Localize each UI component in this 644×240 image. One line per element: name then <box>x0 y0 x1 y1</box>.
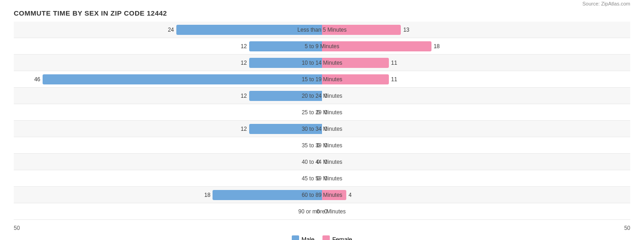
male-value: 0 <box>317 142 320 149</box>
female-value: 0 <box>324 175 327 182</box>
female-bar: 18 <box>322 41 431 51</box>
legend-male: Male <box>292 235 314 240</box>
female-value: 4 <box>349 192 352 198</box>
male-value: 12 <box>241 43 247 50</box>
legend-female: Female <box>322 235 352 240</box>
legend-male-label: Male <box>301 236 314 240</box>
right-section: 4 <box>322 187 630 203</box>
chart-row: 0045 to 59 Minutes <box>14 170 630 187</box>
female-value: 0 <box>324 109 327 116</box>
male-bar: 12 <box>249 91 322 101</box>
male-value: 18 <box>204 192 210 198</box>
female-value: 0 <box>324 142 327 149</box>
female-bar: 13 <box>322 25 401 35</box>
legend-female-label: Female <box>332 236 352 240</box>
male-bar: 18 <box>213 190 322 200</box>
right-section: 0 <box>322 203 630 219</box>
male-bar: 12 <box>249 58 322 68</box>
female-value: 18 <box>434 43 440 50</box>
chart-row: 121110 to 14 Minutes <box>14 55 630 71</box>
chart-area: 2413Less than 5 Minutes12185 to 9 Minute… <box>14 22 630 220</box>
right-section: 0 <box>322 121 630 137</box>
left-section: 0 <box>14 203 322 219</box>
right-section: 13 <box>322 22 630 38</box>
male-value: 12 <box>241 93 247 99</box>
left-section: 12 <box>14 88 322 104</box>
male-value: 12 <box>241 60 247 66</box>
left-section: 0 <box>14 170 322 186</box>
left-section: 12 <box>14 38 322 54</box>
right-section: 0 <box>322 137 630 153</box>
male-value: 0 <box>317 208 320 215</box>
left-section: 0 <box>14 104 322 120</box>
female-bar: 4 <box>322 190 346 200</box>
chart-row: 2413Less than 5 Minutes <box>14 22 630 38</box>
chart-row: 0090 or more Minutes <box>14 203 630 220</box>
chart-row: 12020 to 24 Minutes <box>14 88 630 104</box>
chart-container: COMMUTE TIME BY SEX IN ZIP CODE 12442 So… <box>14 9 630 240</box>
left-section: 18 <box>14 187 322 203</box>
axis-row: 50 50 <box>14 223 630 234</box>
right-section: 0 <box>322 104 630 120</box>
left-section: 12 <box>14 55 322 71</box>
left-section: 24 <box>14 22 322 38</box>
source-label: Source: ZipAtlas.com <box>582 1 630 6</box>
male-value: 12 <box>241 126 247 132</box>
male-value: 24 <box>168 27 174 33</box>
female-value: 0 <box>324 159 327 165</box>
legend-male-box <box>292 235 299 240</box>
right-section: 18 <box>322 38 630 54</box>
chart-row: 12030 to 34 Minutes <box>14 121 630 137</box>
left-section: 0 <box>14 137 322 153</box>
right-section: 11 <box>322 71 630 87</box>
left-section: 12 <box>14 121 322 137</box>
left-section: 0 <box>14 154 322 170</box>
chart-row: 0040 to 44 Minutes <box>14 154 630 170</box>
legend: Male Female <box>14 235 630 240</box>
male-bar: 12 <box>249 41 322 51</box>
chart-row: 461115 to 19 Minutes <box>14 71 630 88</box>
chart-title: COMMUTE TIME BY SEX IN ZIP CODE 12442 <box>14 9 167 17</box>
axis-left-label: 50 <box>14 225 322 231</box>
male-value: 0 <box>317 159 320 165</box>
chart-row: 0025 to 29 Minutes <box>14 104 630 121</box>
female-value: 13 <box>403 27 409 33</box>
male-value: 46 <box>34 76 40 83</box>
legend-female-box <box>322 235 330 240</box>
chart-row: 18460 to 89 Minutes <box>14 187 630 203</box>
male-value: 0 <box>317 175 320 182</box>
right-section: 0 <box>322 170 630 186</box>
female-value: 0 <box>324 93 327 99</box>
right-section: 0 <box>322 88 630 104</box>
female-bar: 11 <box>322 74 389 84</box>
right-section: 0 <box>322 154 630 170</box>
left-section: 46 <box>14 71 322 87</box>
chart-row: 0035 to 39 Minutes <box>14 137 630 154</box>
male-bar: 46 <box>43 74 322 84</box>
female-value: 0 <box>324 126 327 132</box>
male-bar: 12 <box>249 124 322 134</box>
male-bar: 24 <box>176 25 322 35</box>
male-value: 0 <box>317 109 320 116</box>
chart-row: 12185 to 9 Minutes <box>14 38 630 55</box>
female-value: 11 <box>391 60 397 66</box>
axis-right-label: 50 <box>322 225 630 231</box>
female-bar: 11 <box>322 58 389 68</box>
female-value: 11 <box>391 76 397 83</box>
right-section: 11 <box>322 55 630 71</box>
female-value: 0 <box>324 208 327 215</box>
